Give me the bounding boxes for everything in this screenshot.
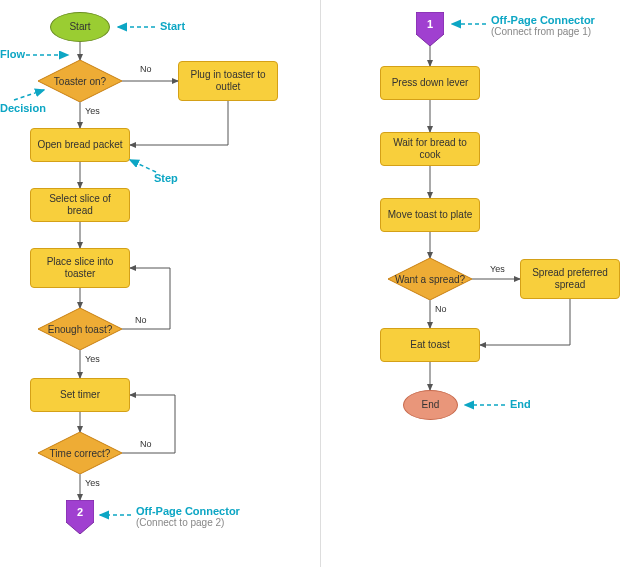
offpage-label: 1: [416, 12, 444, 46]
decision-label: Enough toast?: [38, 308, 122, 350]
edge-label-yes: Yes: [85, 106, 100, 116]
decision-toaster-on: Toaster on?: [38, 60, 122, 102]
process-wait-cook: Wait for bread to cook: [380, 132, 480, 166]
edge-label-yes: Yes: [85, 478, 100, 488]
decision-enough-toast: Enough toast?: [38, 308, 122, 350]
annotation-title: Off-Page Connector: [136, 505, 240, 517]
process-place-slice: Place slice into toaster: [30, 248, 130, 288]
process-label: Open bread packet: [37, 139, 122, 151]
process-set-timer: Set timer: [30, 378, 130, 412]
offpage-connector-2: 2: [66, 500, 94, 534]
process-press-lever: Press down lever: [380, 66, 480, 100]
process-label: Eat toast: [410, 339, 449, 351]
decision-label: Toaster on?: [38, 60, 122, 102]
decision-time-correct: Time correct?: [38, 432, 122, 474]
edge-label-yes: Yes: [490, 264, 505, 274]
annotation-title: Off-Page Connector: [491, 14, 595, 26]
process-move-plate: Move toast to plate: [380, 198, 480, 232]
process-label: Spread preferred spread: [525, 267, 615, 291]
annotation-subtitle: (Connect to page 2): [136, 517, 240, 528]
offpage-label: 2: [66, 500, 94, 534]
annotation-flow: Flow: [0, 48, 25, 60]
process-label: Set timer: [60, 389, 100, 401]
process-label: Select slice of bread: [35, 193, 125, 217]
end-terminal: End: [403, 390, 458, 420]
annotation-subtitle: (Connect from page 1): [491, 26, 595, 37]
process-label: Press down lever: [392, 77, 469, 89]
annotation-offpage-right: Off-Page Connector (Connect from page 1): [491, 14, 595, 37]
flowchart-canvas: Start Toaster on? No Yes Plug in toaster…: [0, 0, 639, 567]
end-label: End: [422, 399, 440, 411]
process-plug-in: Plug in toaster to outlet: [178, 61, 278, 101]
edge-label-yes: Yes: [85, 354, 100, 364]
decision-want-spread: Want a spread?: [388, 258, 472, 300]
annotation-end: End: [510, 398, 531, 410]
process-label: Move toast to plate: [388, 209, 473, 221]
start-terminal: Start: [50, 12, 110, 42]
process-eat-toast: Eat toast: [380, 328, 480, 362]
process-label: Place slice into toaster: [35, 256, 125, 280]
process-spread: Spread preferred spread: [520, 259, 620, 299]
process-open-packet: Open bread packet: [30, 128, 130, 162]
annotation-step: Step: [154, 172, 178, 184]
edge-label-no: No: [135, 315, 147, 325]
process-label: Plug in toaster to outlet: [183, 69, 273, 93]
offpage-connector-1: 1: [416, 12, 444, 46]
annotation-start: Start: [160, 20, 185, 32]
annotation-offpage-left: Off-Page Connector (Connect to page 2): [136, 505, 240, 528]
decision-label: Time correct?: [38, 432, 122, 474]
edge-label-no: No: [140, 64, 152, 74]
edge-label-no: No: [140, 439, 152, 449]
process-select-slice: Select slice of bread: [30, 188, 130, 222]
process-label: Wait for bread to cook: [385, 137, 475, 161]
decision-label: Want a spread?: [388, 258, 472, 300]
edge-label-no: No: [435, 304, 447, 314]
start-label: Start: [69, 21, 90, 33]
annotation-decision: Decision: [0, 102, 46, 114]
